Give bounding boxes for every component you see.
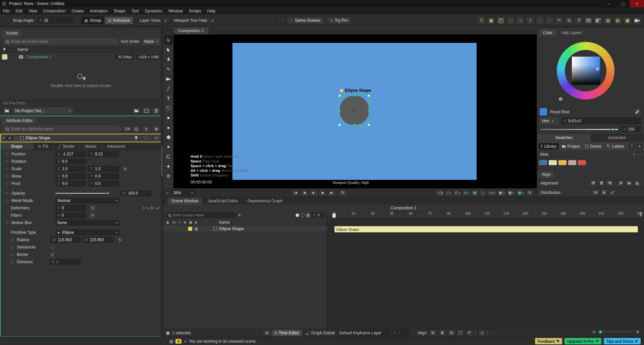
project-folder-button[interactable] bbox=[3, 107, 11, 114]
tab-shape[interactable]: Shape bbox=[1, 143, 33, 150]
distribute-v-button[interactable] bbox=[600, 189, 607, 196]
attribute-search-input[interactable] bbox=[11, 127, 119, 131]
add-attribute-button[interactable]: ≡ bbox=[142, 126, 150, 133]
composition-button[interactable]: ⊟ bbox=[565, 17, 573, 24]
add-filter-button[interactable]: + bbox=[90, 212, 96, 218]
individual-mode-button[interactable]: Individual bbox=[105, 17, 133, 24]
zoom-dropdown[interactable]: 38% ▾ bbox=[171, 190, 195, 196]
console-icon[interactable]: ▤ bbox=[169, 339, 173, 344]
color-format-dropdown[interactable]: Hex ▾ bbox=[540, 118, 559, 124]
library-source-button[interactable]: ⫴Library bbox=[538, 143, 559, 150]
scene-window-tab[interactable]: Scene Window bbox=[167, 198, 202, 205]
add-deformer-button[interactable]: + bbox=[90, 205, 96, 211]
parent-icon[interactable]: ◈ bbox=[195, 220, 197, 224]
upgrade-to-pro-button[interactable]: Upgrade to Pro✶ bbox=[565, 338, 601, 344]
selected-layer-header[interactable]: ▾ Ellipse Shape ∴ × bbox=[0, 134, 163, 142]
toolbar-grip-icon[interactable]: ⋮⋮ bbox=[3, 18, 9, 23]
grid-view-button[interactable]: ▦ bbox=[623, 17, 632, 24]
menu-item[interactable]: Animation bbox=[87, 9, 111, 13]
assets-tab[interactable]: Assets bbox=[2, 30, 22, 37]
layout-grid-button[interactable]: ⠿ bbox=[477, 17, 486, 24]
labels-source-button[interactable]: Labels bbox=[604, 143, 626, 150]
duplicate-icon[interactable]: Ⓓ bbox=[150, 206, 154, 211]
pick-attribute-button[interactable] bbox=[132, 126, 140, 133]
keyframe-layer-dropdown[interactable]: Default Keyframe Layer bbox=[337, 330, 390, 336]
transform-box-tool[interactable] bbox=[164, 103, 173, 113]
layer-name[interactable]: Ellipse Shape bbox=[219, 226, 244, 231]
zoom-slider[interactable] bbox=[598, 332, 634, 332]
opacity-field[interactable]: %100.0 bbox=[120, 190, 151, 196]
eyedropper-button[interactable] bbox=[633, 108, 641, 115]
select-tool[interactable] bbox=[164, 35, 173, 45]
kf-align-center-button[interactable] bbox=[439, 330, 446, 336]
add-layer-button[interactable]: + bbox=[238, 212, 241, 218]
selection-handle[interactable] bbox=[368, 124, 370, 126]
tab-advanced[interactable]: Advanced bbox=[102, 143, 129, 150]
solo-icon[interactable]: ▦ bbox=[189, 220, 192, 224]
group-mode-button[interactable]: ▦ Group bbox=[81, 17, 105, 24]
scale-y-field[interactable]: Y1.0 bbox=[88, 166, 119, 172]
color-tab[interactable]: Color bbox=[539, 29, 557, 37]
link-values-button[interactable]: ⇅ bbox=[122, 166, 128, 172]
rows-view-button[interactable]: ▤ bbox=[613, 17, 622, 24]
new-composition-button[interactable] bbox=[142, 107, 150, 114]
kf-box-button[interactable] bbox=[457, 330, 464, 336]
dock-toggle-button[interactable]: ■ bbox=[263, 330, 271, 336]
radius-w-field[interactable]: W115.902 bbox=[50, 237, 81, 243]
message-count-badge[interactable]: 0 bbox=[175, 339, 181, 344]
filters-field[interactable]: ≡0 bbox=[55, 212, 86, 218]
selection-handle[interactable] bbox=[354, 124, 355, 126]
align-center-h-button[interactable] bbox=[598, 180, 605, 186]
selection-handle[interactable] bbox=[339, 110, 340, 111]
color-swatch[interactable] bbox=[539, 160, 547, 165]
keyframe-dot[interactable] bbox=[11, 246, 14, 249]
javascript-editor-tab[interactable]: JavaScript Editor bbox=[204, 198, 242, 205]
keyframe-dot[interactable] bbox=[11, 238, 14, 242]
node-more-button[interactable]: ⋯ bbox=[545, 17, 554, 24]
current-color-swatch[interactable] bbox=[540, 108, 547, 116]
viewport-canvas[interactable]: + Ellipse Shape Hold S Direct Layer Sele… bbox=[173, 34, 537, 188]
layer-color-chip[interactable] bbox=[188, 227, 192, 231]
solo-toggle[interactable] bbox=[15, 137, 18, 140]
position-y-field[interactable]: Y9.22 bbox=[88, 151, 119, 157]
alpha-field[interactable]: A 255 bbox=[621, 126, 641, 132]
selection-handle[interactable] bbox=[338, 124, 341, 126]
stagger-button[interactable]: ≡ bbox=[526, 17, 534, 24]
color-swatch[interactable] bbox=[549, 160, 557, 165]
frame-filter-field[interactable]: F 0 bbox=[312, 212, 325, 218]
attribute-editor-tab[interactable]: Attribute Editor bbox=[2, 117, 37, 124]
skew-tool-button[interactable]: T bbox=[575, 17, 583, 24]
distribute-h-button[interactable] bbox=[592, 189, 599, 196]
kf-align-right-button[interactable] bbox=[448, 330, 455, 336]
forge-button[interactable]: F bbox=[497, 17, 505, 24]
add-layers-tab[interactable]: Add Layers bbox=[557, 29, 586, 37]
grid-view-button[interactable]: ⠿ bbox=[629, 143, 635, 149]
duplicate-view-toggle[interactable]: ▣▸ bbox=[507, 190, 515, 196]
keyframe-dot[interactable] bbox=[5, 167, 8, 170]
chevron-down-icon[interactable]: ▾ bbox=[633, 153, 635, 156]
time-editor-button[interactable]: ≡ Time Editor bbox=[272, 330, 302, 336]
dependency-graph-tab[interactable]: Dependency Graph bbox=[244, 198, 286, 205]
asset-search-input[interactable] bbox=[11, 39, 115, 44]
pivot-point[interactable]: + bbox=[352, 108, 356, 112]
color-wheel[interactable] bbox=[537, 37, 644, 107]
utility-tool[interactable]: ⚙ bbox=[164, 171, 173, 181]
opacity-slider[interactable] bbox=[55, 193, 108, 194]
line-tool[interactable]: ╱ bbox=[164, 84, 173, 93]
grid-toggle[interactable]: #▸ bbox=[463, 190, 470, 196]
align-middle-v-button[interactable] bbox=[626, 180, 633, 186]
export-icon[interactable]: ⬈ bbox=[157, 206, 160, 210]
hue-selector[interactable] bbox=[559, 97, 562, 100]
minimize-icon[interactable]: ─ bbox=[602, 0, 616, 7]
layer-search-input[interactable] bbox=[173, 213, 234, 217]
layer-above-button[interactable] bbox=[584, 17, 593, 24]
menu-item[interactable]: View bbox=[25, 9, 40, 13]
direct-select-tool[interactable] bbox=[164, 45, 173, 55]
eye-icon[interactable] bbox=[172, 221, 176, 224]
align-left-button[interactable] bbox=[590, 180, 597, 186]
pivot-x-field[interactable]: X0.0 bbox=[55, 181, 86, 187]
position-x-field[interactable]: X-1.317 bbox=[55, 151, 86, 157]
polygon-tool[interactable] bbox=[164, 132, 173, 142]
align-tab[interactable]: Align bbox=[538, 171, 554, 178]
node-graph-button[interactable]: ∴ bbox=[142, 135, 150, 142]
